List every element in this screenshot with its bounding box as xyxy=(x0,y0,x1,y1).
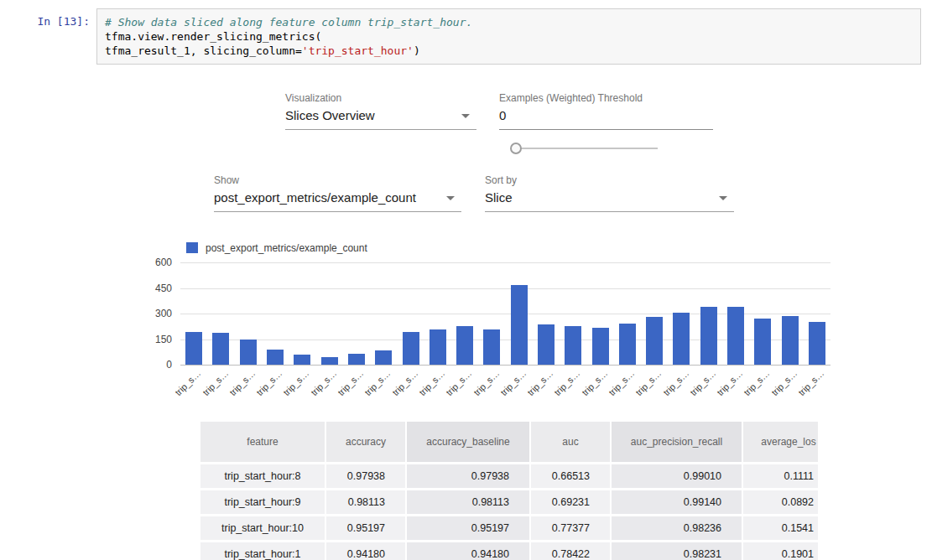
bar[interactable] xyxy=(538,324,555,365)
y-axis-tick-label: 0 xyxy=(166,359,172,371)
cell-prompt: In [13]: xyxy=(25,8,96,28)
bar-slot xyxy=(180,262,207,365)
feature-cell[interactable]: trip_start_hour:10 xyxy=(200,516,325,540)
visualization-dropdown[interactable]: Slices Overview xyxy=(285,107,476,130)
table-header-row: featureaccuracyaccuracy_baselineaucauc_p… xyxy=(200,422,818,462)
bar-slot xyxy=(749,262,776,365)
column-header[interactable]: accuracy_baseline xyxy=(407,422,529,462)
metric-cell[interactable]: 0.99140 xyxy=(612,490,742,514)
code-line: tfma.view.render_slicing_metrics( xyxy=(105,29,913,44)
metric-cell[interactable]: 0.1541 xyxy=(743,516,818,540)
notebook-cell: In [13]: # Show data sliced along featur… xyxy=(25,8,921,65)
bar-slot xyxy=(586,262,613,365)
column-header[interactable]: auc_precision_recall xyxy=(612,422,742,462)
y-axis-tick-label: 300 xyxy=(155,308,172,319)
bar[interactable] xyxy=(348,354,365,365)
code-token-plain: ) xyxy=(414,44,420,57)
bar[interactable] xyxy=(430,329,446,365)
sort-by-label: Sort by xyxy=(485,174,734,186)
feature-cell[interactable]: trip_start_hour:8 xyxy=(200,464,325,488)
feature-cell[interactable]: trip_start_hour:1 xyxy=(200,542,325,560)
metric-cell[interactable]: 0.1111 xyxy=(743,464,818,488)
metric-cell[interactable]: 0.95197 xyxy=(407,516,529,540)
bar-slot xyxy=(397,262,424,365)
column-header[interactable]: auc xyxy=(531,422,610,462)
table-row[interactable]: trip_start_hour:100.951970.951970.773770… xyxy=(200,516,818,540)
metric-cell[interactable]: 0.78422 xyxy=(531,542,610,560)
code-line: # Show data sliced along feature column … xyxy=(105,15,913,29)
bar[interactable] xyxy=(294,355,310,365)
metric-cell[interactable]: 0.97938 xyxy=(407,464,529,488)
bar[interactable] xyxy=(619,324,636,365)
metric-cell[interactable]: 0.99010 xyxy=(612,464,742,488)
bar[interactable] xyxy=(185,332,202,365)
x-axis-tick-label: trip_s… xyxy=(804,365,830,395)
bar[interactable] xyxy=(456,326,473,365)
sort-by-selected-value: Slice xyxy=(485,190,513,205)
column-header[interactable]: accuracy xyxy=(326,422,405,462)
bar[interactable] xyxy=(267,350,284,365)
code-cell[interactable]: # Show data sliced along feature column … xyxy=(96,8,921,65)
bar[interactable] xyxy=(375,350,392,365)
bar[interactable] xyxy=(782,316,799,365)
bar[interactable] xyxy=(565,326,581,365)
metric-cell[interactable]: 0.94180 xyxy=(326,542,405,560)
bar-slot xyxy=(560,262,586,365)
metric-cell[interactable]: 0.1901 xyxy=(743,542,818,560)
show-metric-dropdown[interactable]: post_export_metrics/example_count xyxy=(214,189,461,212)
bar[interactable] xyxy=(673,313,690,365)
threshold-input[interactable] xyxy=(499,107,713,130)
metric-cell[interactable]: 0.98113 xyxy=(407,490,529,514)
bar-slot xyxy=(695,262,722,365)
column-header[interactable]: average_los xyxy=(743,422,818,462)
metric-cell[interactable]: 0.77377 xyxy=(531,516,610,540)
metric-cell[interactable]: 0.98231 xyxy=(612,542,742,560)
metric-cell[interactable]: 0.95197 xyxy=(326,516,405,540)
bar-slot xyxy=(207,262,234,365)
bar[interactable] xyxy=(592,328,609,365)
chart-plot-area: 6004503001500 xyxy=(180,262,830,365)
bar[interactable] xyxy=(212,333,229,365)
bar[interactable] xyxy=(754,319,771,365)
bar-slot xyxy=(235,262,262,365)
bar[interactable] xyxy=(321,357,338,365)
bar[interactable] xyxy=(403,332,419,365)
bar[interactable] xyxy=(240,340,257,366)
table-row[interactable]: trip_start_hour:90.981130.981130.692310.… xyxy=(200,490,818,514)
bar-slot xyxy=(533,262,560,365)
chevron-down-icon xyxy=(719,196,727,200)
metric-cell[interactable]: 0.97938 xyxy=(326,464,405,488)
y-axis-tick-label: 150 xyxy=(155,334,172,345)
sort-by-dropdown[interactable]: Slice xyxy=(485,189,734,212)
feature-cell[interactable]: trip_start_hour:9 xyxy=(200,490,325,514)
bar[interactable] xyxy=(511,285,528,365)
table-row[interactable]: trip_start_hour:80.979380.979380.665130.… xyxy=(200,464,818,488)
metric-cell[interactable]: 0.66513 xyxy=(531,464,610,488)
slices-overview-chart: post_export_metrics/example_count 600450… xyxy=(134,241,872,395)
bar[interactable] xyxy=(646,317,663,365)
column-header[interactable]: feature xyxy=(200,422,325,462)
code-token-string: 'trip_start_hour' xyxy=(302,44,414,57)
gridline xyxy=(180,365,830,366)
metric-cell[interactable]: 0.94180 xyxy=(407,542,529,560)
bar-slot xyxy=(777,262,804,365)
metric-cell[interactable]: 0.69231 xyxy=(531,490,610,514)
bar-slot xyxy=(424,262,451,365)
bar[interactable] xyxy=(809,322,825,365)
metric-cell[interactable]: 0.98236 xyxy=(612,516,742,540)
bar[interactable] xyxy=(483,329,500,365)
threshold-slider[interactable] xyxy=(508,143,661,154)
bar[interactable] xyxy=(727,307,744,365)
table-row[interactable]: trip_start_hour:10.941800.941800.784220.… xyxy=(200,542,818,560)
slider-handle[interactable] xyxy=(510,143,522,154)
slider-track[interactable] xyxy=(520,148,658,149)
metric-cell[interactable]: 0.98113 xyxy=(326,490,405,514)
bar[interactable] xyxy=(700,307,717,365)
code-token-comment: # Show data sliced along feature column … xyxy=(105,16,472,29)
threshold-label: Examples (Weighted) Threshold xyxy=(499,92,713,104)
threshold-control: Examples (Weighted) Threshold xyxy=(499,92,713,130)
metric-cell[interactable]: 0.0892 xyxy=(743,490,818,514)
chevron-down-icon xyxy=(461,114,470,118)
chart-x-labels: trip_s…trip_s…trip_s…trip_s…trip_s…trip_… xyxy=(180,365,830,395)
bar-slot xyxy=(722,262,749,365)
